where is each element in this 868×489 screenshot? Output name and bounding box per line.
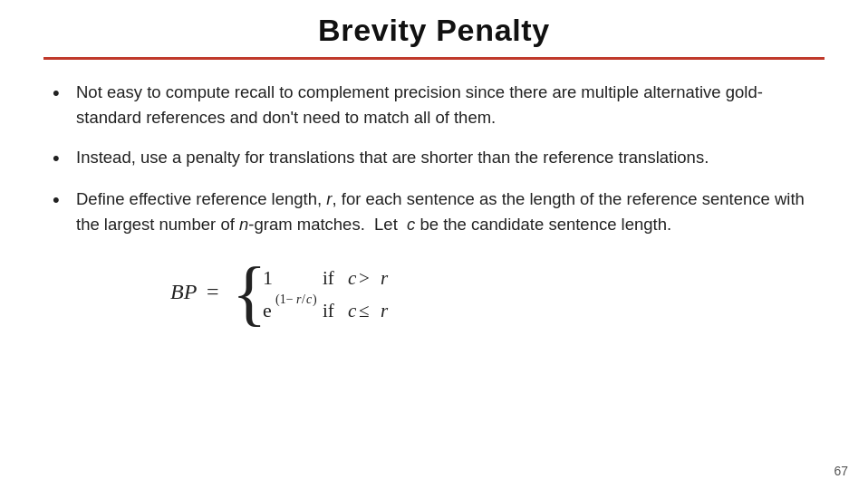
page-number: 67 xyxy=(834,464,848,478)
slide-title: Brevity Penalty xyxy=(318,13,550,47)
content-area: • Not easy to compute recall to compleme… xyxy=(43,80,825,338)
formula-area: BP = { 1 if c > r e (1− r / c ) if xyxy=(170,252,825,338)
bp-formula-svg: BP = { 1 if c > r e (1− r / c ) if xyxy=(170,252,551,333)
bullet-dot: • xyxy=(53,187,72,215)
bullet-dot: • xyxy=(53,145,72,173)
bullet-text-3: Define effective reference length, r, fo… xyxy=(76,187,825,237)
text-before-r: Define effective reference length, xyxy=(76,189,326,208)
list-item: • Define effective reference length, r, … xyxy=(53,187,825,237)
svg-text:=: = xyxy=(207,280,219,303)
title-area: Brevity Penalty xyxy=(43,0,825,60)
svg-text:1: 1 xyxy=(263,266,273,289)
list-item: • Instead, use a penalty for translation… xyxy=(53,145,825,173)
text-end: be the candidate sentence length. xyxy=(415,215,671,234)
c-variable: c xyxy=(407,215,415,234)
svg-text:if: if xyxy=(323,267,334,289)
svg-text:c: c xyxy=(348,267,357,289)
svg-text:r: r xyxy=(381,267,389,289)
bullet-dot: • xyxy=(53,80,72,108)
svg-text:/: / xyxy=(302,292,305,306)
svg-text:c: c xyxy=(348,300,357,321)
bullet-text-2: Instead, use a penalty for translations … xyxy=(76,145,825,170)
bullet-list: • Not easy to compute recall to compleme… xyxy=(53,80,825,237)
svg-text:c: c xyxy=(306,292,313,306)
list-item: • Not easy to compute recall to compleme… xyxy=(53,80,825,130)
svg-text:if: if xyxy=(323,300,334,321)
svg-text:(1−: (1− xyxy=(275,292,294,307)
svg-text:): ) xyxy=(313,292,317,307)
svg-text:>: > xyxy=(359,267,370,289)
svg-text:r: r xyxy=(381,300,389,321)
svg-text:BP: BP xyxy=(170,280,198,303)
text-after-n: -gram matches. Let xyxy=(248,215,407,234)
slide: Brevity Penalty • Not easy to compute re… xyxy=(0,0,868,489)
svg-text:e: e xyxy=(263,299,272,321)
bullet-text-1: Not easy to compute recall to complement… xyxy=(76,80,825,130)
n-variable: n xyxy=(239,215,248,234)
svg-text:≤: ≤ xyxy=(359,300,370,321)
svg-text:{: { xyxy=(232,253,266,332)
